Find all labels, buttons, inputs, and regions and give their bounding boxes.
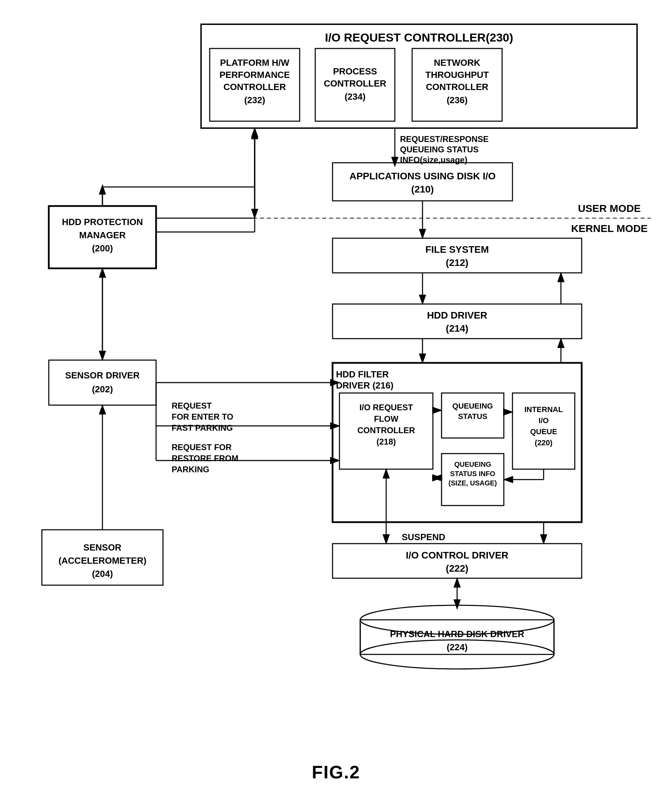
diagram-container: I/O REQUEST CONTROLLER(230) PLATFORM H/W… xyxy=(21,14,651,783)
qsi-label3: (SIZE, USAGE) xyxy=(449,479,497,487)
internal-io-label: INTERNAL xyxy=(524,405,563,414)
internal-io-id: (220) xyxy=(535,438,552,447)
svg-area: I/O REQUEST CONTROLLER(230) PLATFORM H/W… xyxy=(21,14,651,741)
io-req-flow-id: (218) xyxy=(377,437,396,446)
qsi-label: QUEUEING xyxy=(454,461,491,468)
sensor-driver-box xyxy=(49,360,156,405)
io-req-flow-label: I/O REQUEST xyxy=(359,403,413,412)
hdd-driver-label: HDD DRIVER xyxy=(427,310,487,320)
req-restore-label: REQUEST FOR xyxy=(171,443,232,452)
network-throughput-label: NETWORK xyxy=(434,57,481,68)
req-restore-label2: RESTORE FROM xyxy=(171,454,238,463)
suspend-label: SUSPEND xyxy=(402,532,445,542)
internal-io-label3: QUEUE xyxy=(530,427,557,436)
sensor-driver-id: (202) xyxy=(92,384,113,394)
io-req-flow-label3: CONTROLLER xyxy=(357,425,415,435)
applications-label: APPLICATIONS USING DISK I/O xyxy=(349,171,496,181)
sensor-id: (204) xyxy=(92,569,113,579)
queueing-status-label2: STATUS xyxy=(458,412,488,421)
user-mode-label: USER MODE xyxy=(578,203,641,214)
process-controller-label: PROCESS xyxy=(333,66,377,77)
req-response-label: REQUEST/RESPONSE xyxy=(400,134,489,144)
process-controller-label2: CONTROLLER xyxy=(324,78,387,89)
queueing-status-label: QUEUEING xyxy=(452,402,493,410)
applications-id: (210) xyxy=(411,184,434,194)
req-response-label2: QUEUEING STATUS xyxy=(400,145,479,154)
internal-io-label2: I/O xyxy=(538,416,548,425)
hdd-driver-id: (214) xyxy=(446,323,468,334)
sensor-driver-label: SENSOR DRIVER xyxy=(65,370,139,381)
qsi-label2: STATUS INFO xyxy=(450,470,495,477)
file-system-id: (212) xyxy=(446,257,468,268)
sensor-label2: (ACCELEROMETER) xyxy=(59,556,146,566)
req-restore-label3: PARKING xyxy=(171,465,209,474)
hdd-protection-label: HDD PROTECTION xyxy=(62,217,143,227)
phdd-id: (224) xyxy=(447,642,468,652)
platform-hw-label: PLATFORM H/W xyxy=(220,57,290,68)
io-request-controller-label: I/O REQUEST CONTROLLER(230) xyxy=(325,31,513,44)
req-enter-label2: FOR ENTER TO xyxy=(171,412,233,422)
platform-hw-label3: CONTROLLER xyxy=(223,82,286,92)
hdd-protection-label2: MANAGER xyxy=(79,230,126,240)
io-control-id: (222) xyxy=(446,563,468,574)
network-throughput-id: (236) xyxy=(447,95,468,105)
hdd-protection-id: (200) xyxy=(92,243,113,253)
req-enter-label3: FAST PARKING xyxy=(171,423,233,433)
phdd-label: PHYSICAL HARD DISK DRIVER xyxy=(390,629,524,639)
io-control-label: I/O CONTROL DRIVER xyxy=(406,550,509,561)
process-controller-id: (234) xyxy=(345,92,366,102)
hdd-filter-label2: DRIVER (216) xyxy=(336,380,393,391)
hdd-filter-label: HDD FILTER xyxy=(336,369,389,379)
network-throughput-label2: THROUGHPUT xyxy=(425,70,489,80)
applications-box xyxy=(333,163,512,201)
platform-hw-label2: PERFORMANCE xyxy=(219,70,290,80)
kernel-mode-label: KERNEL MODE xyxy=(571,223,648,234)
file-system-label: FILE SYSTEM xyxy=(425,244,489,255)
platform-hw-id: (232) xyxy=(244,95,266,105)
req-enter-label: REQUEST xyxy=(171,401,212,410)
sensor-label: SENSOR xyxy=(83,542,121,552)
network-throughput-label3: CONTROLLER xyxy=(426,82,489,92)
figure-label: FIG.2 xyxy=(21,762,651,783)
io-req-flow-label2: FLOW xyxy=(374,414,399,423)
